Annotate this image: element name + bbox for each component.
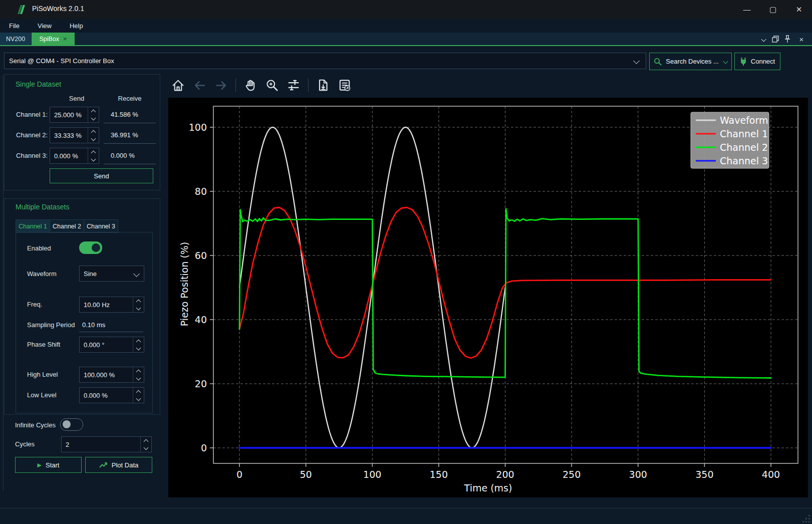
maximize-button[interactable]: ▢ xyxy=(760,0,786,19)
divider xyxy=(79,332,143,332)
close-button[interactable]: ✕ xyxy=(786,0,812,19)
tab-channel-2[interactable]: Channel 2 xyxy=(50,219,84,233)
menu-view[interactable]: View xyxy=(29,19,61,33)
cycles-spin-buttons[interactable] xyxy=(140,437,151,452)
channel2-send-value: 33.333 % xyxy=(50,128,88,143)
export-data-icon[interactable] xyxy=(336,77,353,94)
search-icon xyxy=(654,58,662,66)
enabled-label: Enabled xyxy=(27,244,51,252)
sampling-period-label: Sampling Period xyxy=(27,321,75,329)
waveform-select[interactable]: Sine xyxy=(79,266,144,282)
pan-icon[interactable] xyxy=(242,77,259,94)
low-level-spin-buttons[interactable] xyxy=(133,388,144,403)
resize-grip-dot xyxy=(805,521,807,522)
channel2-label: Channel 2: xyxy=(5,131,48,139)
channel3-send-spin-buttons[interactable] xyxy=(88,148,99,163)
tab-close-icon[interactable]: × xyxy=(63,35,67,43)
phase-shift-input[interactable]: 0.000 ° xyxy=(79,337,144,353)
connect-button[interactable]: Connect xyxy=(734,53,780,70)
channel1-send-spin-buttons[interactable] xyxy=(88,107,99,122)
tab-accent-line xyxy=(0,45,812,46)
app-logo-icon xyxy=(15,4,27,16)
search-devices-button[interactable]: Search Devices ... xyxy=(649,53,732,70)
tab-spibox-label: SpiBox xyxy=(39,36,59,43)
plot-line-icon xyxy=(99,461,108,468)
svg-text:60: 60 xyxy=(195,250,207,261)
resize-grip-dot xyxy=(805,518,807,519)
subplot-settings-icon[interactable] xyxy=(285,77,302,94)
svg-text:Waveform: Waveform xyxy=(720,115,768,126)
high-level-input[interactable]: 100.000 % xyxy=(79,367,144,383)
forward-icon[interactable] xyxy=(212,77,229,94)
toolbar-separator xyxy=(308,78,309,92)
infinite-cycles-toggle[interactable] xyxy=(60,418,83,431)
tab-spibox[interactable]: SpiBox × xyxy=(32,33,75,45)
svg-text:20: 20 xyxy=(195,378,207,389)
tab-channel-3[interactable]: Channel 3 xyxy=(84,219,118,233)
svg-text:Channel 1: Channel 1 xyxy=(720,128,768,139)
cycles-label: Cycles xyxy=(15,440,35,448)
channel2-send-spin-buttons[interactable] xyxy=(88,128,99,143)
tab-channel-1[interactable]: Channel 1 xyxy=(16,219,50,233)
menu-file[interactable]: File xyxy=(0,19,29,33)
start-button[interactable]: ▶ Start xyxy=(15,457,82,473)
chart-figure[interactable]: 050100150200250300350400020406080100Wave… xyxy=(168,98,808,497)
phase-shift-value: 0.000 ° xyxy=(80,337,133,352)
waveform-label: Waveform xyxy=(27,270,57,278)
svg-text:0: 0 xyxy=(236,469,242,480)
title-bar: PiSoWorks 2.0.1 — ▢ ✕ xyxy=(0,0,812,19)
divider xyxy=(104,164,156,164)
y-axis-label: Piezo Position (%) xyxy=(179,229,190,339)
minimize-button[interactable]: — xyxy=(734,0,760,19)
play-icon: ▶ xyxy=(38,462,42,468)
svg-text:0: 0 xyxy=(201,442,207,453)
tab-nv200[interactable]: NV200 xyxy=(0,33,31,45)
tab-channel-2-label: Channel 2 xyxy=(53,223,81,230)
divider xyxy=(104,143,156,144)
high-level-spin-buttons[interactable] xyxy=(133,367,144,382)
home-icon[interactable] xyxy=(169,77,186,94)
menu-help[interactable]: Help xyxy=(61,19,92,33)
device-select-value: Serial @ COM4 - SPI Controller Box xyxy=(5,57,634,65)
save-figure-icon[interactable] xyxy=(315,77,332,94)
device-select[interactable]: Serial @ COM4 - SPI Controller Box xyxy=(4,53,646,69)
send-button[interactable]: Send xyxy=(50,168,153,183)
svg-text:100: 100 xyxy=(363,469,381,480)
connect-label: Connect xyxy=(751,58,775,65)
channel1-send-input[interactable]: 25.000 % xyxy=(50,107,99,123)
freq-spin-buttons[interactable] xyxy=(133,297,144,312)
app-window: PiSoWorks 2.0.1 — ▢ ✕ File View Help NV2… xyxy=(0,0,812,524)
enabled-toggle[interactable] xyxy=(79,241,102,254)
svg-text:Channel 3: Channel 3 xyxy=(720,155,768,166)
high-level-label: High Level xyxy=(27,371,58,378)
channel3-label: Channel 3: xyxy=(5,152,48,159)
svg-text:150: 150 xyxy=(430,469,448,480)
svg-text:50: 50 xyxy=(300,469,312,480)
svg-text:100: 100 xyxy=(189,122,207,133)
chart-legend: WaveformChannel 1Channel 2Channel 3 xyxy=(691,112,769,168)
multiple-datasets-group: Multiple Datasets Channel 1 Channel 2 Ch… xyxy=(4,198,160,415)
send-button-label: Send xyxy=(94,172,109,180)
channel2-send-input[interactable]: 33.333 % xyxy=(50,127,99,143)
tab-channel-3-label: Channel 3 xyxy=(87,223,115,230)
low-level-label: Low Level xyxy=(27,391,57,399)
back-icon[interactable] xyxy=(191,77,208,94)
tab-list-chevron-icon[interactable] xyxy=(758,34,769,45)
phase-shift-label: Phase Shift xyxy=(27,341,61,348)
zoom-icon[interactable] xyxy=(263,77,281,94)
sampling-period-value: 0.10 ms xyxy=(82,321,105,329)
channel3-send-input[interactable]: 0.000 % xyxy=(50,148,99,164)
channel1-receive-value: 41.586 % xyxy=(111,111,138,118)
plot-data-button[interactable]: Plot Data xyxy=(85,457,152,473)
freq-input[interactable]: 10.00 Hz xyxy=(79,297,144,313)
toolbar-separator xyxy=(235,78,236,92)
low-level-input[interactable]: 0.000 % xyxy=(79,387,144,403)
close-pane-icon[interactable]: × xyxy=(796,34,807,45)
phase-spin-buttons[interactable] xyxy=(133,337,144,352)
pin-icon[interactable] xyxy=(782,34,793,45)
resize-grip[interactable] xyxy=(808,521,810,522)
cycles-input[interactable]: 2 xyxy=(61,436,152,452)
float-window-icon[interactable] xyxy=(770,34,781,45)
send-column-header: Send xyxy=(57,95,97,102)
channel1-send-value: 25.000 % xyxy=(50,107,88,122)
